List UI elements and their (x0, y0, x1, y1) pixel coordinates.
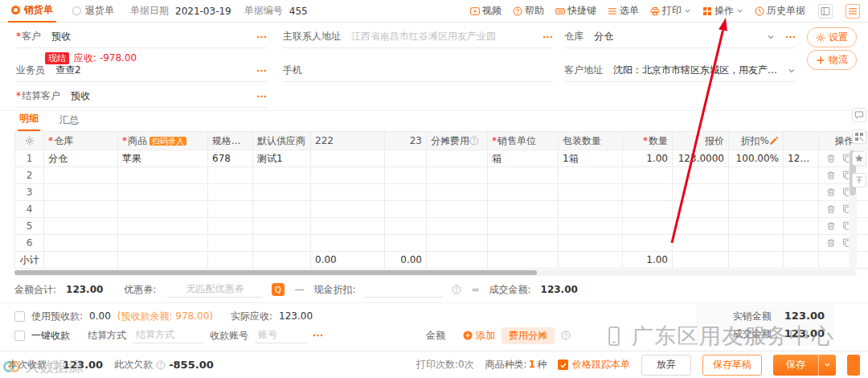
tab-summary[interactable]: 汇总 (58, 112, 80, 131)
col-header-qty[interactable]: *数量 (623, 132, 673, 150)
help-icon[interactable] (156, 360, 166, 370)
logistics-button[interactable]: 物流 (807, 50, 857, 70)
chevron-down-icon[interactable] (788, 67, 796, 75)
table-row[interactable]: 2 (15, 167, 868, 184)
account-input[interactable]: 账号 (255, 327, 306, 343)
salesman-field[interactable]: 业务员 查查2 (16, 63, 267, 82)
delete-row-icon[interactable] (826, 238, 836, 248)
panel-toggle-button[interactable] (818, 4, 833, 18)
save-draft-button[interactable]: 保存草稿 (702, 355, 762, 376)
chevron-down-icon (736, 7, 743, 14)
price-track-toggle[interactable]: 价格跟踪本单 (558, 358, 630, 372)
col-header-pack[interactable]: 包装数量 (559, 132, 623, 150)
abandon-button[interactable]: 放弃 (641, 355, 691, 376)
more-icon[interactable] (256, 94, 267, 99)
settle-method-input[interactable]: 结算方式 (133, 327, 203, 343)
coupon-input[interactable]: 无匹配优惠券 (167, 281, 262, 298)
col-header-wh[interactable]: *仓库 (44, 132, 118, 150)
add-payment-button[interactable]: 添加 (463, 329, 495, 343)
more-icon[interactable] (256, 35, 267, 39)
more-icon[interactable] (313, 333, 323, 338)
col-header-fee[interactable]: 分摊费用 (427, 132, 488, 150)
summary-box: 实销金额123.00成交金额123.00 (696, 305, 834, 346)
chevron-down-icon[interactable] (767, 33, 775, 41)
chat-button[interactable] (852, 108, 866, 122)
arrow-up-icon (854, 175, 864, 185)
menu-video[interactable]: 视频 (470, 4, 502, 18)
back-to-top-button[interactable] (852, 173, 866, 187)
price-track-checkbox[interactable] (558, 360, 568, 370)
actual-receivable-value: 123.00 (279, 310, 313, 322)
col-header-spec[interactable]: 规格... (208, 132, 253, 150)
help-icon[interactable] (452, 285, 461, 294)
qr-button[interactable] (852, 129, 866, 144)
coupon-q-icon[interactable]: Q (272, 283, 285, 296)
delete-row-icon[interactable] (826, 187, 836, 197)
help-icon[interactable] (469, 136, 479, 146)
doc-number-label: 单据编号 (244, 4, 283, 18)
customer-address-field[interactable]: 客户地址 沈阳：北京市市辖区东城区，用友产业园；123567898... (564, 63, 796, 82)
col-header-c222[interactable]: 222 (311, 132, 385, 150)
horizontal-scrollbar[interactable] (14, 269, 857, 276)
col-header-unit[interactable]: *销售单位 (488, 132, 559, 150)
col-header-price[interactable]: 报价 (673, 132, 729, 150)
menu-actions[interactable]: 操作 (702, 4, 743, 18)
menu-shortcut[interactable]: 快捷键 (555, 4, 596, 18)
warehouse-field[interactable]: 仓库 分仓 (564, 29, 796, 48)
more-icon[interactable] (256, 68, 267, 73)
save-button[interactable]: 保存 (773, 355, 836, 376)
salesman-label: 业务员 (16, 64, 45, 77)
delete-row-icon[interactable] (826, 221, 836, 231)
col-header-amount[interactable] (784, 132, 819, 150)
delete-row-icon[interactable] (826, 171, 836, 180)
table-row[interactable]: 4 (15, 201, 868, 218)
scan-entry-badge[interactable]: 扫码录入 (149, 137, 186, 146)
contact-address-field[interactable]: 主联系人地址 江西省南昌市红谷滩区用友产业园 (283, 29, 553, 48)
table-row[interactable]: 6 (15, 235, 868, 252)
table-row[interactable]: 5 (15, 218, 868, 235)
footer-bar: 本次收款 123.00 此次欠款 -855.00 打印次数:0次 商品种类:1种… (0, 351, 868, 378)
col-header-num[interactable] (15, 132, 44, 150)
tab-detail[interactable]: 明细 (18, 110, 40, 131)
doc-number-field[interactable]: 单据编号 455 (244, 4, 308, 18)
edit-icon[interactable] (769, 136, 779, 146)
delete-row-icon[interactable] (826, 204, 836, 214)
more-icon[interactable] (542, 35, 553, 39)
help-icon[interactable] (561, 331, 571, 340)
corner-button[interactable] (847, 355, 860, 376)
menu-help[interactable]: 帮助 (513, 4, 544, 18)
help-icon[interactable] (50, 360, 59, 370)
settings-button[interactable]: 设置 (807, 27, 857, 47)
salesman-value: 查查2 (55, 64, 246, 77)
layout-toggle-button[interactable] (845, 4, 860, 18)
more-icon[interactable] (785, 35, 796, 39)
favorite-button[interactable] (852, 151, 866, 166)
play-icon (470, 6, 480, 16)
one-click-checkbox[interactable] (14, 331, 25, 341)
doc-type-sales[interactable]: 销货单 (8, 0, 56, 23)
print-count: 打印次数:0次 (416, 358, 474, 372)
col-header-c23[interactable]: 23 (385, 132, 427, 150)
customer-field[interactable]: *客户 预收 (16, 29, 267, 48)
menu-history[interactable]: 历史单据 (755, 4, 805, 18)
doc-type-return[interactable]: 退货单 (69, 0, 117, 23)
mobile-field[interactable]: 手机 (283, 63, 553, 82)
table-row[interactable]: 3 (15, 184, 868, 201)
doc-date-field[interactable]: 单据日期 2021-03-19 (130, 4, 231, 18)
gear-icon (25, 136, 35, 146)
menu-pick[interactable]: 选单 (608, 4, 639, 18)
settle-customer-field[interactable]: *结算客户 预收 (16, 88, 267, 108)
use-prepay-checkbox[interactable] (14, 311, 25, 322)
fee-share-button[interactable]: 费用分摊 (502, 327, 555, 344)
col-header-prod[interactable]: *商品扫码录入 (118, 132, 208, 150)
col-header-supplier[interactable]: 默认供应商 (253, 132, 311, 150)
col-header-discount[interactable]: 折扣% (729, 132, 784, 150)
subtotal-row: 小计0.000.001.00 (15, 252, 868, 269)
horizontal-scrollbar-thumb[interactable] (14, 270, 537, 275)
table-row[interactable]: 1分仓苹果678测试1箱1箱1.00123.0000100.00%123.0 (15, 150, 868, 167)
floating-toolbar (852, 108, 866, 187)
list-icon (608, 6, 617, 16)
delete-row-icon[interactable] (826, 154, 836, 163)
cash-discount-input[interactable] (365, 281, 442, 298)
menu-print[interactable]: 打印 (650, 4, 691, 18)
